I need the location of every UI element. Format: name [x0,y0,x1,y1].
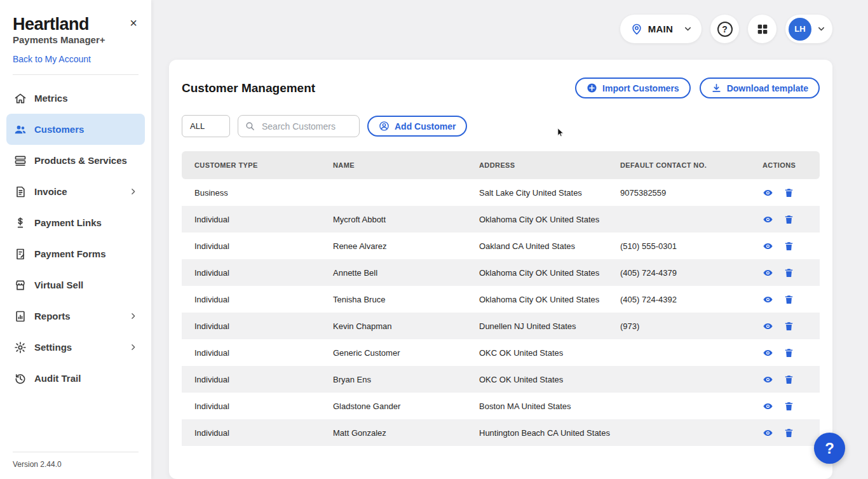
floating-help-button[interactable]: ? [814,433,845,464]
close-icon[interactable]: × [128,15,139,30]
settings-icon [14,341,27,354]
cell-actions [757,206,820,233]
virtual-sell-icon [14,279,27,292]
cell-name: Gladstone Gander [328,393,474,419]
cell-contact: (973) [615,313,757,339]
cell-customer-type: Individual [182,259,328,286]
sidebar-item-label: Customers [34,124,84,135]
apps-button[interactable] [748,15,776,43]
location-dropdown[interactable]: MAIN [620,15,702,43]
payment-forms-icon [14,248,27,260]
delete-customer-button[interactable] [783,187,794,198]
view-customer-button[interactable] [763,187,773,198]
cell-contact: 9075382559 [615,179,757,206]
view-customer-button[interactable] [763,428,773,438]
cell-address: Boston MA United States [474,393,615,419]
cell-customer-type: Individual [182,339,328,366]
cell-address: Dunellen NJ United States [474,313,615,339]
delete-customer-button[interactable] [783,241,794,252]
view-customer-button[interactable] [763,374,773,385]
cell-actions [757,419,820,446]
customers-table: CUSTOMER TYPENAMEADDRESSDEFAULT CONTACT … [182,151,820,446]
sidebar-item-customers[interactable]: Customers [6,114,145,145]
view-customer-button[interactable] [763,214,773,225]
trash-icon [783,347,794,358]
delete-customer-button[interactable] [783,294,794,305]
payment-links-icon [14,217,27,229]
search-input[interactable] [261,121,353,132]
topbar: MAIN ? LH [151,0,868,43]
trash-icon [783,294,794,305]
trash-icon [783,428,794,438]
download-template-button[interactable]: Download template [700,78,820,98]
sidebar-item-label: Audit Trail [34,373,81,384]
cell-actions [757,259,820,286]
table-row: IndividualMatt GonzalezHuntington Beach … [182,419,820,446]
trash-icon [783,267,794,278]
table-header-row: CUSTOMER TYPENAMEADDRESSDEFAULT CONTACT … [182,151,820,179]
sidebar-item-settings[interactable]: Settings [6,332,145,363]
view-customer-button[interactable] [763,294,773,305]
user-menu[interactable]: LH [785,15,832,43]
help-button[interactable]: ? [710,15,739,43]
sidebar-item-virtual-sell[interactable]: Virtual Sell [6,269,145,300]
location-label: MAIN [648,24,673,34]
table-row: IndividualTenisha BruceOklahoma City OK … [182,286,820,313]
cell-contact [615,393,757,419]
cell-address: Oakland CA United States [474,233,615,259]
cell-name: Mycroft Abbott [328,206,474,233]
delete-customer-button[interactable] [783,374,794,385]
cell-name: Annette Bell [328,259,474,286]
sidebar-item-payment-links[interactable]: Payment Links [6,207,145,238]
brand-row: Heartland Payments Manager+ × [0,15,151,45]
sidebar-item-audit-trail[interactable]: Audit Trail [6,363,145,394]
view-customer-button[interactable] [763,241,773,252]
delete-customer-button[interactable] [783,428,794,438]
view-customer-button[interactable] [763,321,773,332]
filter-row: ALL Add Customer [182,115,820,137]
customer-type-filter[interactable]: ALL [182,115,230,137]
trash-icon [783,187,794,198]
trash-icon [783,214,794,225]
view-customer-button[interactable] [763,401,773,412]
sidebar-item-metrics[interactable]: Metrics [6,83,145,114]
cell-actions [757,233,820,259]
delete-customer-button[interactable] [783,267,794,278]
download-template-label: Download template [727,83,808,93]
view-customer-button[interactable] [763,347,773,358]
sidebar-item-reports[interactable]: Reports [6,300,145,332]
column-header-default-contact-no: DEFAULT CONTACT NO. [615,151,757,179]
delete-customer-button[interactable] [783,214,794,225]
sidebar-item-products-services[interactable]: Products & Services [6,145,145,176]
cell-name: Matt Gonzalez [328,419,474,446]
delete-customer-button[interactable] [783,401,794,412]
delete-customer-button[interactable] [783,347,794,358]
sidebar-item-label: Products & Services [34,155,127,166]
table-row: IndividualKevin ChapmanDunellen NJ Unite… [182,313,820,339]
search-icon [245,121,255,132]
delete-customer-button[interactable] [783,321,794,332]
cell-customer-type: Business [182,179,328,206]
column-header-customer-type: CUSTOMER TYPE [182,151,328,179]
column-header-address: ADDRESS [474,151,615,179]
person-circle-icon [379,121,390,132]
add-customer-button[interactable]: Add Customer [367,116,467,137]
sidebar-item-invoice[interactable]: Invoice [6,176,145,207]
view-customer-button[interactable] [763,267,773,278]
page-title: Customer Management [182,81,315,95]
cell-actions [757,393,820,419]
sidebar-item-label: Settings [34,342,72,353]
sidebar-bottom-divider [13,452,139,452]
chevron-down-icon [817,24,826,34]
sidebar-item-payment-forms[interactable]: Payment Forms [6,238,145,269]
import-customers-button[interactable]: Import Customers [575,78,691,98]
eye-icon [763,401,773,412]
eye-icon [763,267,773,278]
eye-icon [763,428,773,438]
cell-address: OKC OK United States [474,366,615,393]
back-to-account-link[interactable]: Back to My Account [13,54,139,64]
home-icon [14,92,27,105]
cell-customer-type: Individual [182,313,328,339]
card-header: Customer Management Import Customers Dow… [182,78,820,98]
products-icon [14,154,27,167]
